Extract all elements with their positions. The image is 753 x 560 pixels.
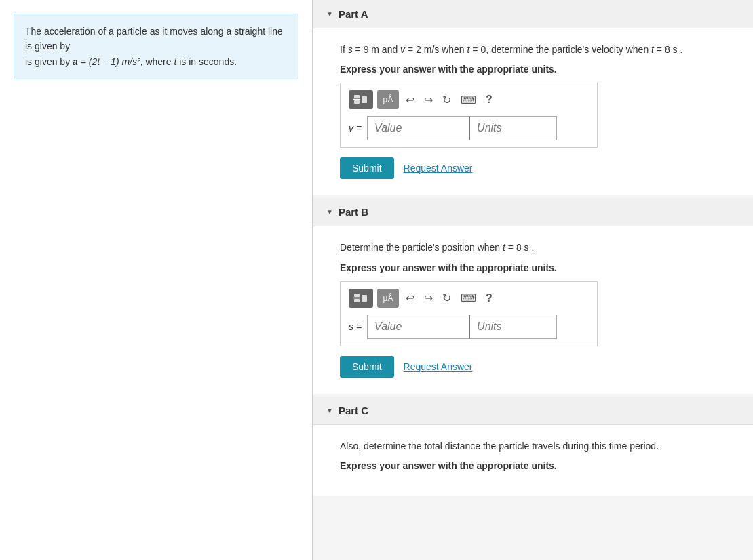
help-button-b[interactable]: ? — [483, 291, 495, 306]
part-a-submit-button[interactable]: Submit — [340, 157, 394, 179]
undo-icon: ↩ — [406, 94, 414, 106]
part-a-question: If s = 9 m and v = 2 m/s when t = 0, det… — [340, 42, 726, 57]
right-panel: ▼ Part A If s = 9 m and v = 2 m/s when t… — [313, 0, 753, 560]
chevron-down-icon: ▼ — [326, 208, 333, 216]
part-b-request-answer-button[interactable]: Request Answer — [404, 361, 473, 372]
part-a-answer-box: μÅ ↩ ↪ ↻ ⌨ ? — [340, 83, 598, 148]
part-a-section: ▼ Part A If s = 9 m and v = 2 m/s when t… — [313, 0, 753, 195]
part-b-action-row: Submit Request Answer — [340, 356, 726, 378]
refresh-button-b[interactable]: ↻ — [440, 290, 454, 306]
chevron-down-icon: ▼ — [326, 10, 333, 18]
part-a-header[interactable]: ▼ Part A — [313, 0, 753, 28]
part-a-express-label: Express your answer with the appropriate… — [340, 64, 726, 75]
svg-rect-3 — [362, 96, 367, 103]
part-a-label: Part A — [339, 8, 368, 20]
fraction-icon-b — [353, 292, 368, 304]
fraction-button-b[interactable] — [349, 289, 373, 308]
redo-icon-b: ↪ — [424, 292, 433, 304]
part-a-action-row: Submit Request Answer — [340, 157, 726, 179]
part-b-toolbar: μÅ ↩ ↪ ↻ ⌨ ? — [349, 289, 589, 308]
redo-button[interactable]: ↪ — [421, 92, 436, 108]
part-b-question: Determine the particle's position when t… — [340, 240, 726, 255]
part-c-body: Also, determine the total distance the p… — [313, 425, 753, 496]
redo-button-b[interactable]: ↪ — [421, 290, 436, 306]
undo-button[interactable]: ↩ — [403, 92, 417, 108]
mu-label-b: μÅ — [383, 294, 393, 303]
svg-rect-0 — [354, 95, 360, 98]
svg-rect-4 — [354, 294, 360, 297]
part-b-express-label: Express your answer with the appropriate… — [340, 262, 726, 273]
part-b-answer-box: μÅ ↩ ↪ ↻ ⌨ ? — [340, 281, 598, 346]
part-b-input-row: s = — [349, 315, 589, 339]
undo-icon-b: ↩ — [406, 292, 414, 304]
part-c-express-label: Express your answer with the appropriate… — [340, 460, 726, 471]
part-a-body: If s = 9 m and v = 2 m/s when t = 0, det… — [313, 28, 753, 195]
svg-rect-5 — [354, 299, 360, 302]
undo-button-b[interactable]: ↩ — [403, 290, 417, 306]
part-c-header[interactable]: ▼ Part C — [313, 397, 753, 425]
part-b-label: Part B — [339, 206, 368, 218]
help-button[interactable]: ? — [483, 92, 495, 107]
left-panel: The acceleration of a particle as it mov… — [0, 0, 312, 560]
refresh-icon: ↻ — [442, 94, 451, 106]
part-b-body: Determine the particle's position when t… — [313, 226, 753, 393]
help-icon-b: ? — [486, 292, 493, 304]
part-c-section: ▼ Part C Also, determine the total dista… — [313, 397, 753, 496]
part-c-label: Part C — [339, 405, 368, 416]
part-b-var-label: s = — [349, 321, 362, 332]
part-a-var-label: v = — [349, 123, 362, 134]
fraction-button[interactable] — [349, 90, 373, 109]
keyboard-icon-b: ⌨ — [461, 292, 476, 304]
keyboard-button-b[interactable]: ⌨ — [458, 290, 479, 306]
refresh-button[interactable]: ↻ — [440, 92, 454, 108]
chevron-down-icon-c: ▼ — [326, 407, 333, 414]
keyboard-button[interactable]: ⌨ — [458, 92, 479, 108]
keyboard-icon: ⌨ — [461, 94, 476, 106]
fraction-icon — [353, 94, 368, 106]
svg-rect-1 — [354, 100, 360, 104]
units-button-b[interactable]: μÅ — [377, 289, 399, 308]
help-icon: ? — [486, 94, 493, 105]
units-button[interactable]: μÅ — [377, 90, 399, 109]
part-a-units-input[interactable] — [469, 116, 557, 140]
part-b-header[interactable]: ▼ Part B — [313, 198, 753, 226]
part-b-submit-button[interactable]: Submit — [340, 356, 394, 378]
part-a-request-answer-button[interactable]: Request Answer — [404, 163, 473, 174]
problem-statement: The acceleration of a particle as it mov… — [14, 14, 298, 79]
part-a-value-input[interactable] — [367, 116, 469, 140]
part-b-value-input[interactable] — [367, 315, 469, 339]
part-a-toolbar: μÅ ↩ ↪ ↻ ⌨ ? — [349, 90, 589, 109]
problem-text: The acceleration of a particle as it mov… — [25, 26, 283, 67]
svg-rect-7 — [362, 295, 367, 302]
mu-label: μÅ — [383, 95, 393, 104]
part-a-input-row: v = — [349, 116, 589, 140]
refresh-icon-b: ↻ — [442, 292, 451, 304]
part-b-units-input[interactable] — [469, 315, 557, 339]
redo-icon: ↪ — [424, 94, 433, 106]
part-c-question: Also, determine the total distance the p… — [340, 439, 726, 454]
part-b-section: ▼ Part B Determine the particle's positi… — [313, 198, 753, 393]
